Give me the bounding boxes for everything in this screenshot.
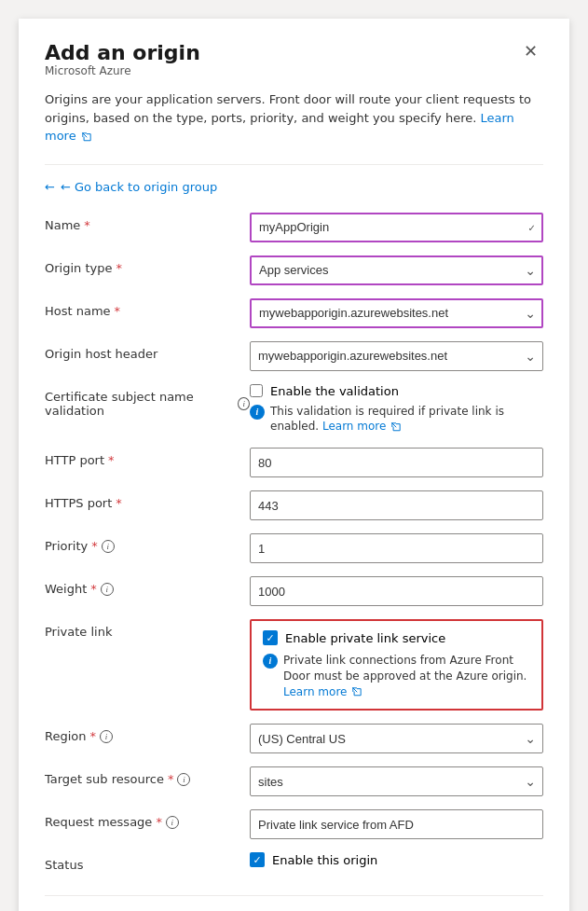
back-to-origin-group-link[interactable]: ← ← Go back to origin group <box>45 180 543 194</box>
https-port-row: HTTPS port * <box>45 490 543 520</box>
footer-actions: Add Cancel <box>45 895 543 911</box>
host-name-required: * <box>115 304 121 318</box>
private-link-learn-more-link[interactable]: Learn more <box>283 685 362 698</box>
region-dropdown-wrapper: (US) Central US ⌄ <box>250 724 543 753</box>
cert-control: Enable the validation i This validation … <box>250 384 543 435</box>
panel-subtitle: Microsoft Azure <box>45 64 200 77</box>
origin-host-header-dropdown-wrapper: mywebapporigin.azurewebsites.net ⌄ <box>250 341 543 371</box>
private-link-box: ✓ Enable private link service i Private … <box>250 619 543 711</box>
http-port-input[interactable] <box>250 448 543 477</box>
https-port-control <box>250 490 543 520</box>
external-link-icon <box>82 132 91 142</box>
origin-type-dropdown[interactable]: App services <box>250 255 543 285</box>
target-sub-resource-row: Target sub resource * i sites ⌄ <box>45 766 543 796</box>
cert-checkbox-row: Enable the validation <box>250 384 543 398</box>
host-name-dropdown[interactable]: mywebapporigin.azurewebsites.net <box>250 298 543 328</box>
priority-required: * <box>91 539 98 553</box>
region-row: Region * i (US) Central US ⌄ <box>45 724 543 753</box>
host-name-control: mywebapporigin.azurewebsites.net ⌄ <box>250 298 543 328</box>
region-control: (US) Central US ⌄ <box>250 724 543 753</box>
private-link-checkbox[interactable]: ✓ <box>263 630 278 645</box>
panel-header: Add an origin Microsoft Azure ✕ <box>45 41 543 89</box>
private-link-info-row: i Private link connections from Azure Fr… <box>263 653 530 699</box>
name-dropdown[interactable]: myAppOrigin <box>250 213 543 242</box>
divider <box>45 164 543 165</box>
origin-type-dropdown-wrapper: App services ⌄ <box>250 255 543 285</box>
private-link-control: ✓ Enable private link service i Private … <box>250 619 543 711</box>
add-origin-panel: Add an origin Microsoft Azure ✕ Origins … <box>19 19 569 911</box>
origin-host-header-label: Origin host header <box>45 341 250 361</box>
http-port-required: * <box>108 453 115 467</box>
region-required: * <box>90 729 97 743</box>
request-message-row: Request message * i <box>45 809 543 839</box>
status-control: ✓ Enable this origin <box>250 852 543 867</box>
private-link-checkbox-label: Enable private link service <box>285 631 445 645</box>
region-label: Region * i <box>45 724 250 743</box>
status-checkbox[interactable]: ✓ <box>250 852 265 867</box>
status-checkbox-label: Enable this origin <box>272 853 377 867</box>
status-checkbox-row: ✓ Enable this origin <box>250 852 543 867</box>
priority-row: Priority * i <box>45 533 543 563</box>
title-area: Add an origin Microsoft Azure <box>45 41 200 89</box>
description-text: Origins are your application servers. Fr… <box>45 90 543 145</box>
target-sub-resource-label: Target sub resource * i <box>45 766 250 786</box>
close-button[interactable]: ✕ <box>518 41 543 62</box>
http-port-control <box>250 448 543 477</box>
close-icon: ✕ <box>524 42 538 61</box>
https-port-required: * <box>116 496 122 510</box>
panel-title: Add an origin <box>45 41 200 64</box>
weight-control <box>250 576 543 606</box>
target-sub-resource-dropdown[interactable]: sites <box>250 766 543 796</box>
region-info-icon[interactable]: i <box>100 730 113 743</box>
weight-label: Weight * i <box>45 576 250 596</box>
origin-type-control: App services ⌄ <box>250 255 543 285</box>
status-row: Status ✓ Enable this origin <box>45 852 543 882</box>
form-body: Name * myAppOrigin ✓ Origin type * <box>45 213 543 896</box>
origin-type-row: Origin type * App services ⌄ <box>45 255 543 285</box>
cert-checkbox[interactable] <box>250 384 263 397</box>
host-name-row: Host name * mywebapporigin.azurewebsites… <box>45 298 543 328</box>
cert-external-link-icon <box>391 422 401 432</box>
origin-host-header-row: Origin host header mywebapporigin.azurew… <box>45 341 543 371</box>
host-name-dropdown-wrapper: mywebapporigin.azurewebsites.net ⌄ <box>250 298 543 328</box>
private-link-external-icon <box>352 687 362 697</box>
priority-input[interactable] <box>250 533 543 563</box>
origin-host-header-dropdown[interactable]: mywebapporigin.azurewebsites.net <box>250 341 543 371</box>
name-label: Name * <box>45 213 250 232</box>
origin-type-required: * <box>116 261 122 275</box>
https-port-input[interactable] <box>250 490 543 520</box>
request-message-control <box>250 809 543 839</box>
weight-row: Weight * i <box>45 576 543 606</box>
cert-info-row: i This validation is required if private… <box>250 404 543 435</box>
priority-control <box>250 533 543 563</box>
http-port-label: HTTP port * <box>45 448 250 467</box>
priority-label: Priority * i <box>45 533 250 553</box>
back-arrow-icon: ← <box>45 180 55 194</box>
request-message-info-icon[interactable]: i <box>166 816 179 829</box>
target-sub-resource-dropdown-wrapper: sites ⌄ <box>250 766 543 796</box>
status-label: Status <box>45 852 250 872</box>
cert-info-icon[interactable]: i <box>238 397 250 410</box>
name-required: * <box>84 218 90 232</box>
cert-info-circle-icon: i <box>250 405 265 420</box>
name-row: Name * myAppOrigin ✓ <box>45 213 543 242</box>
target-sub-resource-info-icon[interactable]: i <box>177 773 190 786</box>
cert-checkbox-label: Enable the validation <box>270 384 399 398</box>
private-link-label: Private link <box>45 619 250 639</box>
region-dropdown[interactable]: (US) Central US <box>250 724 543 753</box>
cert-learn-more-link[interactable]: Learn more <box>322 420 401 433</box>
weight-required: * <box>90 582 97 596</box>
private-link-row: Private link ✓ Enable private link servi… <box>45 619 543 711</box>
https-port-label: HTTPS port * <box>45 490 250 510</box>
private-link-info-circle-icon: i <box>263 654 278 669</box>
request-message-required: * <box>156 815 162 829</box>
target-sub-resource-required: * <box>168 772 174 786</box>
back-label: ← Go back to origin group <box>61 180 217 194</box>
origin-type-label: Origin type * <box>45 255 250 275</box>
weight-info-icon[interactable]: i <box>101 583 114 596</box>
request-message-label: Request message * i <box>45 809 250 829</box>
priority-info-icon[interactable]: i <box>102 540 115 553</box>
request-message-input[interactable] <box>250 809 543 839</box>
origin-host-header-control: mywebapporigin.azurewebsites.net ⌄ <box>250 341 543 371</box>
weight-input[interactable] <box>250 576 543 606</box>
